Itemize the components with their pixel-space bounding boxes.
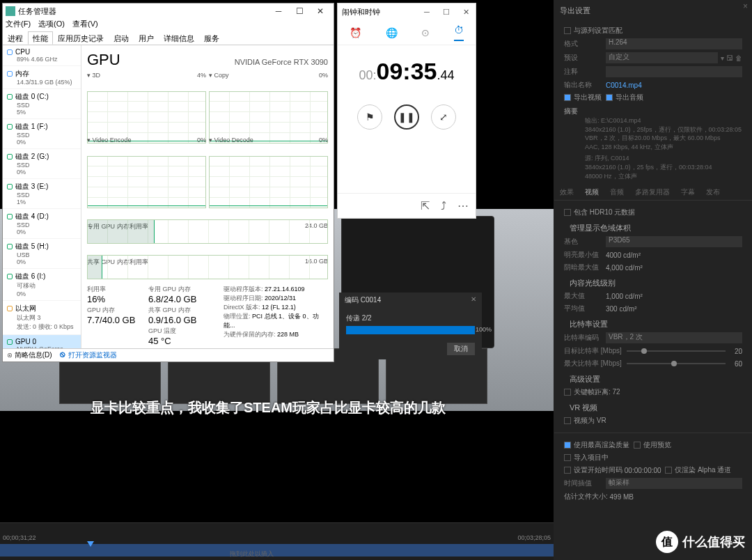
watermark-logo-icon: 值: [656, 531, 678, 553]
sidebar-item[interactable]: 磁盘 3 (E:)SSD1%: [3, 179, 81, 209]
close-button[interactable]: ✕: [471, 295, 476, 305]
expand-button[interactable]: ⤢: [431, 104, 456, 130]
gpu-engine-chart: [209, 156, 328, 208]
timeline-clip[interactable]: [0, 544, 554, 557]
preset-select[interactable]: 自定义: [606, 52, 718, 63]
close-button[interactable]: ✕: [310, 6, 331, 16]
sidebar-item[interactable]: 磁盘 5 (H:)USB0%: [3, 239, 81, 269]
clock-titlebar[interactable]: 闹钟和时钟 ─ ☐ ✕: [338, 3, 476, 20]
share-icon[interactable]: ⤴: [441, 200, 446, 212]
menu-options[interactable]: 选项(O): [38, 20, 65, 28]
br-tgt-slider[interactable]: [627, 350, 726, 352]
primaries-select[interactable]: P3D65: [606, 236, 742, 247]
tab-mux[interactable]: 多路复用器: [629, 185, 675, 200]
maxq-checkbox[interactable]: [564, 442, 571, 449]
pause-button[interactable]: ❚❚: [394, 104, 419, 130]
gpu-stats: 利用率16% 专用 GPU 内存6.8/24.0 GB 驱动程序版本: 27.2…: [87, 285, 328, 346]
menu-view[interactable]: 查看(V): [72, 20, 98, 28]
tab-details[interactable]: 详细信息: [159, 31, 199, 45]
match-source-checkbox[interactable]: [564, 27, 571, 34]
format-select[interactable]: H.264: [606, 38, 742, 49]
tab-audio[interactable]: 音频: [604, 185, 629, 200]
outname-link[interactable]: C0014.mp4: [606, 81, 642, 89]
timeline-end-tc: 00;03;28;05: [517, 534, 551, 541]
comment-label: 注释: [564, 67, 606, 77]
tab-performance[interactable]: 性能: [28, 31, 53, 45]
import-checkbox[interactable]: [564, 454, 571, 461]
more-icon[interactable]: ⋯: [457, 199, 469, 212]
mem-value: 7.7/40.0 GB: [87, 315, 143, 325]
br-tgt-value[interactable]: 20: [726, 348, 742, 355]
tab-video[interactable]: 视频: [579, 185, 604, 200]
sidebar-item[interactable]: 内存14.3/31.9 GB (45%): [3, 66, 81, 89]
starttc-value[interactable]: 00:00:00:00: [625, 467, 661, 474]
tab-processes[interactable]: 进程: [3, 31, 28, 45]
sidebar-item[interactable]: 以太网以太网 3发送: 0 接收: 0 Kbps: [3, 301, 81, 335]
br-max-value[interactable]: 60: [726, 360, 742, 368]
lap-button[interactable]: ⚑: [357, 104, 382, 130]
timeline[interactable]: 00;00;31;22 00;03;28;05 适合 拖到此处以插入: [0, 522, 554, 560]
tab-users[interactable]: 用户: [134, 31, 159, 45]
menu-file[interactable]: 文件(F): [6, 20, 31, 28]
timeline-playhead[interactable]: [87, 541, 94, 547]
alpha-checkbox[interactable]: [665, 467, 672, 474]
br-tgt-label: 目标比特率 [Mbps]: [564, 346, 627, 356]
gpu-engine-chart: [209, 91, 328, 143]
tab-history[interactable]: 应用历史记录: [53, 31, 109, 45]
sidebar-item[interactable]: 磁盘 0 (C:)SSD5%: [3, 89, 81, 119]
resource-monitor-link[interactable]: 🛇 打开资源监视器: [59, 351, 117, 359]
export-audio-checkbox[interactable]: [606, 94, 613, 101]
comment-input[interactable]: [606, 66, 742, 77]
export-video-checkbox[interactable]: [564, 94, 571, 101]
sidebar-item[interactable]: 磁盘 6 (I:)可移动0%: [3, 269, 81, 301]
tm-menubar: 文件(F) 选项(O) 查看(V): [3, 19, 334, 31]
tab-captions[interactable]: 字幕: [675, 185, 700, 200]
tab-publish[interactable]: 发布: [700, 185, 726, 200]
vr-checkbox[interactable]: [564, 417, 571, 424]
video-subtitle: 显卡比较重点，我收集了STEAM玩家占比显卡较高的几款: [91, 398, 446, 417]
tm-titlebar[interactable]: 任务管理器 ─ ☐ ✕: [3, 3, 334, 19]
world-clock-tab-icon[interactable]: 🌐: [386, 27, 398, 38]
encode-titlebar[interactable]: 编码 C0014 ✕: [339, 293, 482, 308]
sidebar-item[interactable]: 磁盘 1 (F:)SSD0%: [3, 119, 81, 149]
brief-info-toggle[interactable]: ⊙ 简略信息(D): [7, 351, 52, 359]
minimize-button[interactable]: ─: [268, 6, 289, 16]
interp-select[interactable]: 帧采样: [606, 478, 742, 489]
minlum-value: 4,000 cd/m²: [606, 264, 643, 272]
preset-save-icon[interactable]: ▾ 🖫 🗑: [721, 54, 742, 62]
timer-tab-icon[interactable]: ⊙: [421, 27, 430, 38]
sum-src-d1: 3840x2160 (1.0)，25 fps，逐行，00:03:28:04: [564, 163, 742, 172]
minimize-button[interactable]: ─: [417, 8, 437, 16]
sidebar-item[interactable]: GPU 0NVIDIA GeForce...16% (45 °C): [3, 335, 81, 348]
sidebar-item[interactable]: 磁盘 4 (D:)SSD0%: [3, 209, 81, 239]
tm-tabs: 进程 性能 应用历史记录 启动 用户 详细信息 服务: [3, 31, 334, 45]
tm-app-icon: [6, 6, 15, 16]
sum-src-d2: 48000 Hz，立体声: [564, 172, 742, 181]
close-button[interactable]: ✕: [456, 8, 476, 17]
panel-close-button[interactable]: ×: [743, 1, 748, 11]
prev-checkbox[interactable]: [634, 442, 641, 449]
gpu-engine-chart: [87, 156, 206, 208]
encode-progress-window: 编码 C0014 ✕ 传递 2/2 100% 取消: [339, 293, 482, 359]
keyframe-label: 关键帧距离: 72: [574, 387, 620, 397]
sum-out-label: 输出:: [585, 117, 600, 124]
br-enc-select[interactable]: VBR，2 次: [606, 332, 742, 343]
sidebar-item[interactable]: 磁盘 2 (G:)SSD0%: [3, 149, 81, 179]
cancel-button[interactable]: 取消: [447, 343, 475, 355]
tab-services[interactable]: 服务: [199, 31, 224, 45]
stopwatch-tab-icon[interactable]: ⏱: [454, 24, 464, 41]
pin-icon[interactable]: ⇱: [421, 199, 430, 212]
maxlum-value: 4000 cd/m²: [606, 251, 641, 259]
maximize-button[interactable]: ☐: [437, 8, 456, 17]
maximize-button[interactable]: ☐: [289, 6, 310, 16]
br-max-slider[interactable]: [627, 363, 726, 364]
keyframe-checkbox[interactable]: [564, 389, 571, 396]
hdr10-checkbox[interactable]: [564, 209, 571, 216]
tab-startup[interactable]: 启动: [109, 31, 134, 45]
tab-effects[interactable]: 效果: [554, 185, 579, 200]
timeline-start-tc: 00;00;31;22: [3, 534, 36, 541]
watermark-text: 什么值得买: [682, 534, 745, 550]
starttc-checkbox[interactable]: [564, 467, 571, 474]
alarm-tab-icon[interactable]: ⏰: [350, 27, 361, 38]
sidebar-item[interactable]: CPU89% 4.66 GHz: [3, 45, 81, 66]
